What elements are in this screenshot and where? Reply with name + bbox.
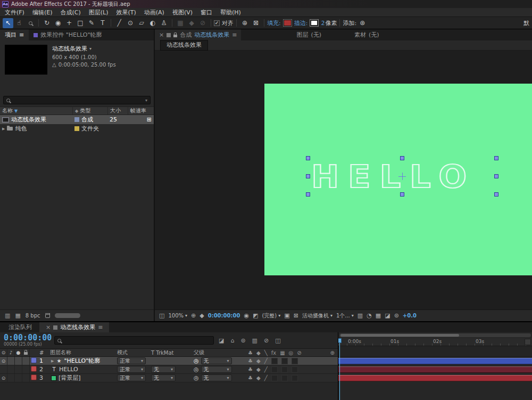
search-options-caret-icon[interactable]: ▾ [145, 98, 147, 103]
layer-bar-2[interactable] [338, 366, 532, 373]
layer-name[interactable]: [背景层] [59, 374, 81, 382]
column-parent[interactable]: 父级 [194, 349, 244, 356]
panel-menu-icon[interactable]: ≡ [232, 31, 237, 38]
column-size[interactable]: 大小 [107, 107, 128, 115]
menu-effect[interactable]: 效果(T) [116, 9, 136, 17]
menu-composition[interactable]: 合成(C) [60, 9, 80, 17]
current-time[interactable]: 0:00:00:00 [208, 313, 240, 319]
solo-toggle[interactable] [15, 357, 22, 365]
selection-handle[interactable] [494, 156, 498, 160]
hand-tool-icon[interactable]: ☝ [14, 18, 24, 28]
exposure-value[interactable]: +0.0 [403, 313, 417, 319]
label-color-chip[interactable] [74, 126, 79, 131]
shy-switch-icon[interactable]: ♣ [248, 358, 253, 364]
motion-blur-header-icon[interactable]: ◎ [289, 350, 294, 356]
flowchart-icon[interactable]: ◪ [385, 312, 390, 319]
tab-timeline-comp[interactable]: × 动态线条效果 ≡ [39, 322, 109, 332]
workspace-label[interactable]: 默 [523, 19, 529, 27]
tab-render-queue[interactable]: 渲染队列 [2, 322, 38, 332]
layer-bar-1[interactable] [338, 358, 532, 364]
tab-layer-viewer[interactable]: 图层 (无) [292, 29, 326, 40]
graph-editor-icon[interactable]: ◫ [275, 337, 280, 344]
layer-label-chip[interactable] [31, 374, 37, 380]
column-type[interactable]: ◆ 类型 [72, 107, 107, 115]
add-property-icon[interactable]: ⊛ [357, 18, 368, 28]
column-mode[interactable]: 模式 [117, 349, 151, 356]
hide-shy-layers-icon[interactable]: ⊚ [240, 337, 245, 344]
pan-behind-tool-icon[interactable]: + [64, 18, 74, 28]
timeline-button-icon[interactable]: ▦ [376, 312, 381, 319]
snap-checkbox[interactable]: ✓ [214, 20, 220, 26]
new-folder-icon[interactable]: ▦ [15, 312, 20, 319]
menu-animation[interactable]: 动画(A) [144, 9, 164, 17]
trkmat-select[interactable]: 无▾ [151, 374, 176, 381]
type-tool-icon[interactable]: T [97, 18, 108, 28]
tab-composition[interactable]: × 合成 动态线条效果 ≡ [155, 29, 241, 40]
trkmat-select[interactable]: 无▾ [151, 366, 176, 373]
project-item-composition[interactable]: 动态线条效果 合成 25 ⊞ [0, 115, 154, 124]
grid-guide-options-icon[interactable]: ⊕ [191, 312, 196, 319]
time-ruler[interactable]: 0:00s 01s 02s 03s [338, 338, 532, 346]
lock-column-icon[interactable] [22, 349, 30, 356]
roto-brush-tool-icon[interactable]: ◐ [147, 18, 158, 28]
selection-handle[interactable] [400, 156, 404, 160]
video-eye-icon[interactable] [0, 365, 7, 373]
camera-view-select[interactable]: 活动摄像机 ▾ [302, 312, 332, 320]
video-column-icon[interactable]: ⊙ [0, 349, 7, 356]
magnification-icon[interactable]: ◫ [159, 312, 164, 319]
eraser-tool-icon[interactable]: ▱ [136, 18, 147, 28]
lock-toggle[interactable] [22, 365, 30, 373]
solo-toggle[interactable] [15, 374, 22, 382]
puppet-pin-tool-icon[interactable]: ♙ [159, 18, 169, 28]
layer-switch-cell[interactable] [292, 358, 298, 364]
shy-header-icon[interactable]: ♣ [248, 350, 253, 356]
close-tab-icon[interactable]: × [46, 324, 51, 331]
layer-bar-3[interactable] [338, 375, 532, 381]
project-thumbnail[interactable] [5, 45, 47, 75]
project-search-input[interactable]: ▾ [3, 96, 151, 104]
column-name[interactable]: 名称 ▼ [0, 107, 72, 115]
panel-menu-icon[interactable]: ≡ [19, 31, 24, 38]
anchor-point-crosshair[interactable] [398, 173, 406, 180]
mode-select[interactable]: 正常▾ [117, 357, 146, 364]
quality-switch-icon[interactable]: ╱ [264, 358, 268, 364]
frame-blend-header-icon[interactable]: ▦ [280, 350, 285, 356]
layer-switch-cell[interactable] [271, 358, 278, 364]
shape-tool-icon[interactable]: □ [75, 18, 86, 28]
selected-item-name[interactable]: 动态线条效果 ▾ [52, 45, 116, 53]
layer-switch-cell[interactable] [281, 358, 288, 364]
snap-option2-icon[interactable]: ⊠ [251, 18, 261, 28]
layer-switch-cell[interactable] [281, 375, 288, 381]
comp-marker-bin[interactable] [525, 339, 531, 345]
transparency-grid-icon[interactable]: ⊠ [294, 312, 298, 319]
collapse-header-icon[interactable]: ◆ [256, 350, 261, 356]
menu-file[interactable]: 文件(F) [5, 9, 24, 17]
lock-toggle[interactable] [22, 374, 30, 382]
pickwhip-icon[interactable]: ◎ [194, 357, 199, 364]
selection-handle[interactable] [306, 174, 310, 178]
column-rate[interactable]: 帧速率 [128, 107, 154, 115]
lock-icon[interactable] [173, 35, 177, 37]
show-channel-icon[interactable]: ◩ [253, 312, 258, 319]
menu-view[interactable]: 视图(V) [172, 9, 193, 17]
resolution-select[interactable]: (完整) ▾ [262, 312, 280, 320]
column-trkmat[interactable]: T TrkMat [151, 350, 194, 356]
project-bit-depth[interactable]: 8 bpc [26, 313, 40, 319]
video-eye-icon[interactable]: ⊙ [0, 374, 7, 382]
layer-switch-cell[interactable] [292, 366, 298, 373]
expand-columns-icon[interactable]: ⊕ [330, 350, 335, 356]
selection-handle[interactable] [494, 174, 498, 178]
expand-caret-icon[interactable]: ▶ [2, 127, 5, 131]
menu-window[interactable]: 窗口 [201, 9, 212, 17]
usage-network-icon[interactable]: ⊞ [147, 116, 152, 123]
panel-menu-icon[interactable]: ≡ [98, 324, 103, 331]
layer-row-3[interactable]: ⊙ 3 [背景层] 正常▾ 无▾ ◎ 无▾ [0, 374, 338, 382]
audio-column-icon[interactable]: ♪ [7, 349, 15, 356]
snapshot-icon[interactable]: ◉ [244, 312, 249, 319]
timeline-search-input[interactable] [54, 336, 214, 345]
tab-footage-viewer[interactable]: 素材 (无) [350, 29, 384, 40]
tab-effect-controls[interactable]: 效果控件 "HELLO"轮廓 [29, 29, 106, 40]
flag-caret-icon[interactable]: ▾ [89, 46, 92, 51]
clone-stamp-tool-icon[interactable]: ⊙ [125, 18, 136, 28]
trash-icon[interactable] [45, 313, 50, 318]
